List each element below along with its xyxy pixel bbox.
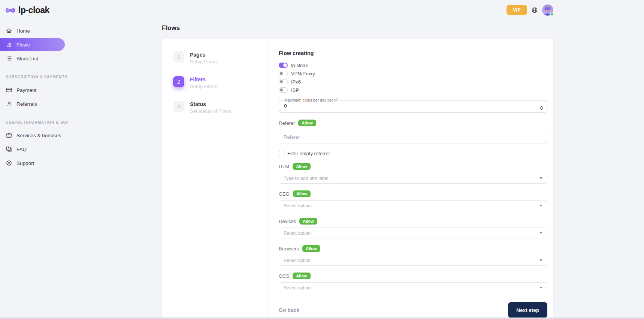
window-bottom-edge xyxy=(0,318,644,319)
step-subtitle: Set status of Flows xyxy=(190,108,231,114)
toggle-switch[interactable] xyxy=(279,71,288,76)
topbar: VIP xyxy=(162,0,553,16)
sidebar-item-home[interactable]: Home xyxy=(0,24,71,37)
sidebar-item-flows[interactable]: Flows xyxy=(0,38,65,51)
sidebar-section-support: USEFUL INFORMATION & SUPPORT xyxy=(6,120,68,124)
flows-icon xyxy=(6,41,12,48)
utm-allow-badge[interactable]: Allow xyxy=(293,163,310,170)
sidebar-item-label: FAQ xyxy=(16,147,27,152)
devices-label-row: Devices Allow xyxy=(279,218,547,225)
sidebar-item-label: Support xyxy=(16,160,34,166)
sidebar-item-support[interactable]: Support xyxy=(0,157,71,169)
chevron-down-icon xyxy=(539,177,542,179)
referer-label-row: Referer Allow xyxy=(279,120,547,126)
page-title: Flows xyxy=(162,24,553,32)
chevron-down-icon xyxy=(539,259,542,261)
main-area: VIP xyxy=(71,0,644,319)
chevron-down-icon xyxy=(539,205,542,207)
toggle-switch[interactable] xyxy=(279,79,288,84)
step-filters[interactable]: 2 Filters Setup Filters xyxy=(173,76,267,89)
sidebar-item-label: Flows xyxy=(16,42,30,48)
sidebar-item-label: Referrals xyxy=(16,101,37,107)
sidebar-item-label: Payment xyxy=(16,87,36,93)
app-logo: lp-cloak xyxy=(0,4,71,15)
toggle-vpn-proxy[interactable]: VPN/Proxy xyxy=(279,69,547,78)
sidebar-item-label: Black List xyxy=(16,56,38,61)
vip-button[interactable]: VIP xyxy=(507,5,527,15)
credit-card-icon xyxy=(6,87,12,93)
toggle-ipv6[interactable]: IPv6 xyxy=(279,78,547,86)
geo-label-row: GEO Allow xyxy=(279,190,547,197)
next-step-button[interactable]: Next step xyxy=(508,302,547,318)
lifebuoy-icon xyxy=(6,160,12,166)
sidebar-item-payment[interactable]: Payment xyxy=(0,84,71,96)
sidebar-section-subscription: SUBSCRIPTION & PAYMENTS xyxy=(6,75,68,79)
browsers-label-row: Browsers Allow xyxy=(279,245,547,252)
referer-label: Referer xyxy=(279,120,295,126)
gift-icon xyxy=(6,132,12,139)
wizard-steps: 1 Pages Setup Pages 2 Filters Setup Filt… xyxy=(162,39,267,319)
sidebar-item-black-list[interactable]: Black List xyxy=(0,52,71,65)
globe-icon[interactable] xyxy=(531,7,538,13)
sidebar-item-faq[interactable]: FAQ xyxy=(0,143,71,156)
faq-icon xyxy=(6,146,12,153)
step-number-badge: 2 xyxy=(173,76,184,87)
step-number-badge: 3 xyxy=(173,101,184,112)
browsers-label: Browsers xyxy=(279,246,299,252)
step-status[interactable]: 3 Status Set status of Flows xyxy=(173,101,267,114)
step-title: Status xyxy=(190,101,231,107)
max-clicks-field: Maximum clicks per day per IP xyxy=(279,98,547,113)
toggle-lp-cloak[interactable]: lp-cloak xyxy=(279,61,547,69)
app-window: lp-cloak Home xyxy=(0,0,644,319)
form-title: Flow creating xyxy=(279,50,547,56)
number-stepper-icon[interactable] xyxy=(540,106,543,110)
browsers-allow-badge[interactable]: Allow xyxy=(302,245,320,252)
geo-select[interactable]: Select option xyxy=(279,200,547,211)
utm-select[interactable]: Type to add utm label xyxy=(279,173,547,184)
max-clicks-label: Maximum clicks per day per IP xyxy=(283,98,339,102)
chevron-down-icon xyxy=(539,287,542,289)
ocs-allow-badge[interactable]: Allow xyxy=(293,273,310,279)
devices-allow-badge[interactable]: Allow xyxy=(299,218,317,225)
sidebar: lp-cloak Home xyxy=(0,0,71,319)
step-title: Pages xyxy=(190,51,218,58)
step-number-badge: 1 xyxy=(173,51,184,63)
toggle-switch[interactable] xyxy=(279,87,288,93)
filter-empty-referrer-checkbox[interactable] xyxy=(279,151,284,156)
devices-select[interactable]: Select option xyxy=(279,228,547,238)
sidebar-item-services-bonuses[interactable]: Services & bonuses xyxy=(0,129,71,142)
browsers-select[interactable]: Select option xyxy=(279,255,547,266)
geo-label: GEO xyxy=(279,191,290,197)
black-list-icon xyxy=(6,55,12,62)
toggle-isp[interactable]: ISP xyxy=(279,86,547,94)
utm-label: UTM xyxy=(279,164,289,169)
referrals-icon xyxy=(6,100,12,107)
utm-label-row: UTM Allow xyxy=(279,163,547,170)
referer-input[interactable] xyxy=(279,130,547,144)
filter-empty-referrer-row[interactable]: Filter empty referrer xyxy=(279,151,547,156)
app-title: lp-cloak xyxy=(18,5,49,15)
online-status-dot xyxy=(550,12,554,16)
logo-mask-icon xyxy=(5,7,15,14)
home-icon xyxy=(6,27,12,34)
user-avatar[interactable] xyxy=(542,4,553,16)
sidebar-item-label: Services & bonuses xyxy=(16,133,61,138)
step-subtitle: Setup Filters xyxy=(190,84,217,89)
go-back-button[interactable]: Go back xyxy=(279,307,299,313)
sidebar-item-label: Home xyxy=(16,28,30,34)
flow-creating-form: Flow creating lp-cloak VPN/Proxy IPv xyxy=(267,39,553,319)
devices-label: Devices xyxy=(279,219,296,224)
ocs-label-row: OCS Allow xyxy=(279,273,547,279)
step-pages[interactable]: 1 Pages Setup Pages xyxy=(173,51,267,64)
max-clicks-input[interactable] xyxy=(284,102,517,110)
chevron-down-icon xyxy=(539,232,542,234)
ocs-label: OCS xyxy=(279,273,289,279)
flow-wizard-card: 1 Pages Setup Pages 2 Filters Setup Filt… xyxy=(162,39,553,319)
geo-allow-badge[interactable]: Allow xyxy=(293,190,311,197)
toggle-switch[interactable] xyxy=(279,63,288,68)
sidebar-item-referrals[interactable]: Referrals xyxy=(0,97,71,110)
ocs-select[interactable]: Select option xyxy=(279,282,547,293)
step-title: Filters xyxy=(190,76,217,82)
referer-allow-badge[interactable]: Allow xyxy=(298,120,316,126)
step-subtitle: Setup Pages xyxy=(190,59,218,64)
